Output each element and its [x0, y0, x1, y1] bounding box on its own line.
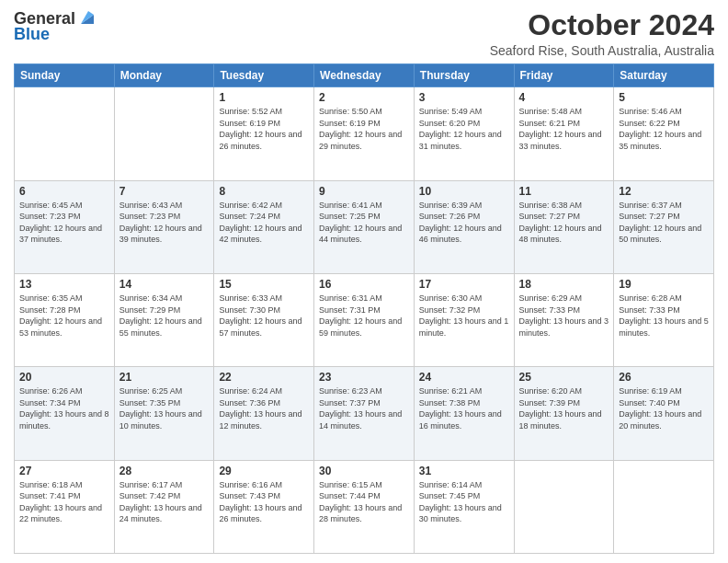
col-monday: Monday: [114, 64, 214, 87]
day-cell: 22Sunrise: 6:24 AMSunset: 7:36 PMDayligh…: [214, 367, 314, 460]
day-cell: [15, 87, 115, 180]
title-block: October 2024 Seaford Rise, South Austral…: [490, 9, 714, 58]
day-number: 13: [19, 278, 109, 291]
cell-detail: Sunrise: 5:48 AMSunset: 6:21 PMDaylight:…: [519, 106, 609, 152]
logo: General Blue: [14, 9, 97, 44]
cell-detail: Sunrise: 6:42 AMSunset: 7:24 PMDaylight:…: [219, 200, 309, 246]
day-cell: 30Sunrise: 6:15 AMSunset: 7:44 PMDayligh…: [314, 460, 415, 553]
day-cell: 2Sunrise: 5:50 AMSunset: 6:19 PMDaylight…: [314, 87, 415, 180]
cell-detail: Sunrise: 6:20 AMSunset: 7:39 PMDaylight:…: [519, 385, 609, 431]
cell-detail: Sunrise: 6:26 AMSunset: 7:34 PMDaylight:…: [19, 385, 109, 431]
cell-detail: Sunrise: 6:18 AMSunset: 7:41 PMDaylight:…: [19, 479, 109, 525]
day-cell: 3Sunrise: 5:49 AMSunset: 6:20 PMDaylight…: [414, 87, 514, 180]
cell-detail: Sunrise: 6:19 AMSunset: 7:40 PMDaylight:…: [619, 385, 709, 431]
week-row-3: 20Sunrise: 6:26 AMSunset: 7:34 PMDayligh…: [15, 367, 714, 460]
day-cell: 6Sunrise: 6:45 AMSunset: 7:23 PMDaylight…: [15, 180, 115, 273]
day-cell: 9Sunrise: 6:41 AMSunset: 7:25 PMDaylight…: [314, 180, 415, 273]
day-number: 6: [19, 185, 109, 198]
cell-detail: Sunrise: 6:43 AMSunset: 7:23 PMDaylight:…: [119, 200, 210, 246]
day-number: 2: [319, 91, 409, 104]
day-number: 9: [319, 185, 409, 198]
calendar-table: Sunday Monday Tuesday Wednesday Thursday…: [14, 63, 714, 554]
day-number: 28: [119, 465, 210, 477]
cell-detail: Sunrise: 6:21 AMSunset: 7:38 PMDaylight:…: [419, 385, 509, 431]
day-number: 3: [419, 91, 509, 104]
day-cell: 15Sunrise: 6:33 AMSunset: 7:30 PMDayligh…: [214, 273, 314, 366]
day-cell: 17Sunrise: 6:30 AMSunset: 7:32 PMDayligh…: [414, 273, 514, 366]
day-cell: 31Sunrise: 6:14 AMSunset: 7:45 PMDayligh…: [414, 460, 514, 553]
page: General Blue October 2024 Seaford Rise, …: [0, 0, 728, 563]
day-cell: 8Sunrise: 6:42 AMSunset: 7:24 PMDaylight…: [214, 180, 314, 273]
day-number: 24: [419, 371, 509, 384]
day-cell: 11Sunrise: 6:38 AMSunset: 7:27 PMDayligh…: [514, 180, 614, 273]
day-number: 26: [619, 371, 709, 384]
day-cell: 27Sunrise: 6:18 AMSunset: 7:41 PMDayligh…: [15, 460, 115, 553]
cell-detail: Sunrise: 5:50 AMSunset: 6:19 PMDaylight:…: [319, 106, 409, 152]
day-number: 8: [219, 185, 309, 198]
cell-detail: Sunrise: 6:38 AMSunset: 7:27 PMDaylight:…: [519, 200, 609, 246]
cell-detail: Sunrise: 6:23 AMSunset: 7:37 PMDaylight:…: [319, 385, 409, 431]
cell-detail: Sunrise: 5:46 AMSunset: 6:22 PMDaylight:…: [619, 106, 709, 152]
cell-detail: Sunrise: 6:37 AMSunset: 7:27 PMDaylight:…: [619, 200, 709, 246]
cell-detail: Sunrise: 5:52 AMSunset: 6:19 PMDaylight:…: [219, 106, 309, 152]
header: General Blue October 2024 Seaford Rise, …: [14, 9, 714, 58]
day-cell: 25Sunrise: 6:20 AMSunset: 7:39 PMDayligh…: [514, 367, 614, 460]
day-cell: 26Sunrise: 6:19 AMSunset: 7:40 PMDayligh…: [614, 367, 714, 460]
weekday-header-row: Sunday Monday Tuesday Wednesday Thursday…: [15, 64, 714, 87]
col-thursday: Thursday: [414, 64, 514, 87]
cell-detail: Sunrise: 5:49 AMSunset: 6:20 PMDaylight:…: [419, 106, 509, 152]
day-number: 19: [619, 278, 709, 291]
day-number: 5: [619, 91, 709, 104]
cell-detail: Sunrise: 6:45 AMSunset: 7:23 PMDaylight:…: [19, 200, 109, 246]
col-saturday: Saturday: [614, 64, 714, 87]
cell-detail: Sunrise: 6:31 AMSunset: 7:31 PMDaylight:…: [319, 293, 409, 339]
day-number: 11: [519, 185, 609, 198]
cell-detail: Sunrise: 6:30 AMSunset: 7:32 PMDaylight:…: [419, 293, 509, 339]
day-number: 29: [219, 465, 309, 477]
day-number: 20: [19, 371, 109, 384]
day-number: 12: [619, 185, 709, 198]
col-sunday: Sunday: [15, 64, 115, 87]
cell-detail: Sunrise: 6:24 AMSunset: 7:36 PMDaylight:…: [219, 385, 309, 431]
week-row-4: 27Sunrise: 6:18 AMSunset: 7:41 PMDayligh…: [15, 460, 714, 553]
col-wednesday: Wednesday: [314, 64, 415, 87]
day-cell: 23Sunrise: 6:23 AMSunset: 7:37 PMDayligh…: [314, 367, 415, 460]
day-cell: 13Sunrise: 6:35 AMSunset: 7:28 PMDayligh…: [15, 273, 115, 366]
day-cell: 18Sunrise: 6:29 AMSunset: 7:33 PMDayligh…: [514, 273, 614, 366]
day-cell: [514, 460, 614, 553]
day-number: 22: [219, 371, 309, 384]
day-number: 31: [419, 465, 509, 477]
day-number: 15: [219, 278, 309, 291]
cell-detail: Sunrise: 6:14 AMSunset: 7:45 PMDaylight:…: [419, 479, 509, 525]
cell-detail: Sunrise: 6:17 AMSunset: 7:42 PMDaylight:…: [119, 479, 210, 525]
day-cell: 7Sunrise: 6:43 AMSunset: 7:23 PMDaylight…: [114, 180, 214, 273]
day-number: 23: [319, 371, 409, 384]
day-cell: 21Sunrise: 6:25 AMSunset: 7:35 PMDayligh…: [114, 367, 214, 460]
day-cell: [614, 460, 714, 553]
day-cell: 20Sunrise: 6:26 AMSunset: 7:34 PMDayligh…: [15, 367, 115, 460]
day-cell: 5Sunrise: 5:46 AMSunset: 6:22 PMDaylight…: [614, 87, 714, 180]
week-row-0: 1Sunrise: 5:52 AMSunset: 6:19 PMDaylight…: [15, 87, 714, 180]
week-row-2: 13Sunrise: 6:35 AMSunset: 7:28 PMDayligh…: [15, 273, 714, 366]
day-number: 7: [119, 185, 210, 198]
cell-detail: Sunrise: 6:15 AMSunset: 7:44 PMDaylight:…: [319, 479, 409, 525]
day-cell: 16Sunrise: 6:31 AMSunset: 7:31 PMDayligh…: [314, 273, 415, 366]
day-number: 1: [219, 91, 309, 104]
cell-detail: Sunrise: 6:25 AMSunset: 7:35 PMDaylight:…: [119, 385, 210, 431]
day-cell: 19Sunrise: 6:28 AMSunset: 7:33 PMDayligh…: [614, 273, 714, 366]
day-number: 17: [419, 278, 509, 291]
day-cell: 28Sunrise: 6:17 AMSunset: 7:42 PMDayligh…: [114, 460, 214, 553]
logo-icon: [77, 7, 97, 28]
day-cell: [114, 87, 214, 180]
month-title: October 2024: [490, 9, 714, 41]
cell-detail: Sunrise: 6:34 AMSunset: 7:29 PMDaylight:…: [119, 293, 210, 339]
cell-detail: Sunrise: 6:39 AMSunset: 7:26 PMDaylight:…: [419, 200, 509, 246]
day-number: 14: [119, 278, 210, 291]
day-cell: 1Sunrise: 5:52 AMSunset: 6:19 PMDaylight…: [214, 87, 314, 180]
day-number: 25: [519, 371, 609, 384]
day-cell: 4Sunrise: 5:48 AMSunset: 6:21 PMDaylight…: [514, 87, 614, 180]
day-cell: 10Sunrise: 6:39 AMSunset: 7:26 PMDayligh…: [414, 180, 514, 273]
day-number: 21: [119, 371, 210, 384]
day-number: 30: [319, 465, 409, 477]
day-cell: 14Sunrise: 6:34 AMSunset: 7:29 PMDayligh…: [114, 273, 214, 366]
